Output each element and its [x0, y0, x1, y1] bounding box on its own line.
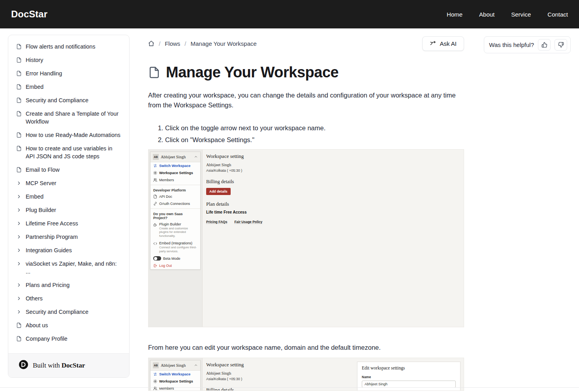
chevron-right-icon	[16, 194, 22, 199]
top-navbar: DocStar Home About Service Contact	[0, 0, 579, 28]
chevron-right-icon	[16, 221, 22, 226]
steps-list: Click on the toggle arrow next to your w…	[148, 124, 464, 144]
menu-members: Members	[150, 176, 200, 184]
sidebar-item-label: Email to Flow	[26, 166, 60, 174]
edit-workspace-card: Edit workspace settings Name	[357, 362, 461, 391]
sidebar-item-label: History	[26, 56, 43, 64]
screenshot-workspace-menu: AB Abhijeet Singh Switch Workspace Works…	[148, 149, 464, 327]
billing-details-heading: Billing details	[206, 179, 262, 185]
page-title: Manage Your Workspace	[166, 64, 338, 81]
chevron-up-icon	[194, 363, 198, 367]
plan-details-heading: Plan details	[206, 201, 262, 207]
branch-arrow-icon	[430, 40, 436, 47]
sidebar-item-label: viaSocket vs Zapier, Make, and n8n: ...	[26, 260, 121, 276]
chevron-right-icon	[16, 180, 22, 186]
menu-embed-integrations: Embed (Integrations)Connect and configur…	[150, 240, 200, 255]
document-icon	[16, 71, 22, 76]
nav-link-about[interactable]: About	[479, 11, 494, 18]
sidebar-item-others[interactable]: Others	[12, 292, 125, 305]
sidebar-item-label: Security and Compliance	[26, 308, 88, 316]
document-icon	[16, 84, 22, 90]
sidebar-item-mcp-server[interactable]: MCP Server	[12, 176, 125, 190]
document-icon	[16, 146, 22, 151]
sidebar-item-company-profile[interactable]: Company Profile	[12, 332, 125, 345]
sidebar-item-create-share-template[interactable]: Create and Share a Template of Your Work…	[12, 107, 125, 128]
document-icon	[16, 167, 22, 173]
sidebar-item-error-handling[interactable]: Error Handling	[12, 67, 125, 80]
workspace-dropdown-header: AB Abhijeet Singh	[150, 152, 200, 162]
sidebar-item-ready-made-automations[interactable]: How to use Ready-Made Automations	[12, 128, 125, 142]
breadcrumb-separator: /	[184, 40, 186, 47]
breadcrumb-flows[interactable]: Flows	[165, 40, 180, 47]
sidebar-item-history[interactable]: History	[12, 53, 125, 67]
thumbs-up-icon	[541, 42, 547, 48]
docstar-logo-icon	[19, 360, 28, 371]
sidebar-item-integration-guides[interactable]: Integration Guides	[12, 244, 125, 257]
swap-icon	[153, 372, 157, 376]
feedback-widget: Was this helpful?	[484, 36, 571, 53]
document-icon	[16, 111, 22, 116]
edit-panel-title: Edit workspace settings	[362, 366, 456, 370]
panel-title: Workspace setting	[206, 153, 262, 159]
sidebar-item-security-compliance[interactable]: Security and Compliance	[12, 94, 125, 107]
puzzle-icon	[153, 223, 157, 227]
article-main: / Flows / Manage Your Workspace Ask AI M…	[148, 35, 464, 391]
menu-plugin-builder: Plugin BuilderCreate and customize plugi…	[150, 221, 200, 240]
workspace-name-input	[362, 381, 456, 388]
link-icon	[153, 202, 157, 206]
sidebar-item-label: Security and Compliance	[26, 96, 88, 104]
menu-workspace-settings: Workspace Settings	[150, 169, 200, 176]
sidebar-item-label: Embed	[26, 193, 43, 201]
workspace-dropdown-header: AB Abhijeet Singh	[150, 360, 200, 371]
sidebar-item-lifetime-free-access[interactable]: Lifetime Free Access	[12, 217, 125, 230]
sidebar-item-embed[interactable]: Embed	[12, 80, 125, 94]
sidebar-item-flow-alerts[interactable]: Flow alerts and notifications	[12, 40, 125, 53]
panel-timezone: Asia/Kolkata ( +05:30 )	[206, 377, 244, 381]
sidebar-item-label: Lifetime Free Access	[26, 219, 78, 227]
workspace-dropdown: AB Abhijeet Singh Switch Workspace Works…	[150, 360, 201, 391]
menu-switch-workspace: Switch Workspace	[150, 371, 200, 378]
sidebar-item-label: Integration Guides	[26, 246, 72, 254]
sidebar-item-security-compliance-section[interactable]: Security and Compliance	[12, 305, 125, 319]
document-icon	[16, 323, 22, 328]
sidebar-item-label: Error Handling	[26, 69, 62, 77]
thumbs-down-button[interactable]	[555, 39, 567, 51]
sidebar-item-label: Flow alerts and notifications	[26, 43, 95, 51]
home-icon[interactable]	[148, 40, 154, 47]
thumbs-up-button[interactable]	[538, 39, 551, 51]
document-icon	[16, 98, 22, 103]
sidebar-item-label: Create and Share a Template of Your Work…	[26, 110, 121, 126]
screenshot-left-column: AB Abhijeet Singh Switch Workspace Works…	[149, 358, 203, 390]
ask-ai-button[interactable]: Ask AI	[422, 36, 464, 51]
nav-links: Home About Service Contact	[447, 11, 568, 18]
people-icon	[153, 178, 157, 182]
sidebar-item-viasocket-vs[interactable]: viaSocket vs Zapier, Make, and n8n: ...	[12, 257, 125, 278]
document-icon	[16, 44, 22, 49]
menu-divider	[150, 208, 200, 209]
sidebar-item-embed-section[interactable]: Embed	[12, 190, 125, 203]
sidebar-item-label: Partnership Program	[26, 233, 78, 241]
brand-logo[interactable]: DocStar	[11, 9, 47, 20]
menu-workspace-settings: Workspace Settings	[150, 378, 200, 385]
people-icon	[153, 386, 157, 390]
nav-link-home[interactable]: Home	[447, 11, 462, 18]
document-icon	[16, 132, 22, 138]
nav-link-contact[interactable]: Contact	[547, 11, 568, 18]
built-with-docstar[interactable]: Built with DocStar	[8, 353, 129, 377]
sidebar-item-partnership-program[interactable]: Partnership Program	[12, 230, 125, 244]
nav-link-service[interactable]: Service	[511, 11, 531, 18]
pricing-faqs-link: Pricing FAQs	[206, 220, 227, 224]
workspace-settings-panel: Workspace setting Abhijeet Singh Asia/Ko…	[206, 362, 244, 391]
sidebar-item-about-us[interactable]: About us	[12, 319, 125, 332]
built-with-text: Built with DocStar	[33, 362, 85, 369]
sidebar-item-plug-builder[interactable]: Plug Builder	[12, 203, 125, 217]
sidebar-item-variables-api-json[interactable]: How to create and use variables in API J…	[12, 142, 125, 163]
swap-icon	[153, 164, 157, 168]
menu-section-developer-platform: Developer Platform	[150, 186, 200, 193]
sidebar-item-label: Company Profile	[26, 335, 68, 343]
avatar: AB	[153, 154, 159, 160]
sidebar-item-email-to-flow[interactable]: Email to Flow	[12, 163, 125, 176]
document-icon	[153, 195, 157, 199]
sidebar-item-plans-pricing[interactable]: Plans and Pricing	[12, 278, 125, 292]
menu-log-out: Log Out	[150, 262, 200, 269]
